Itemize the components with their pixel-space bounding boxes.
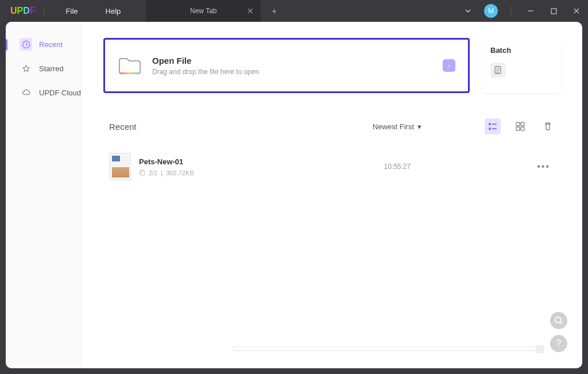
- separator: [510, 6, 511, 16]
- chevron-down-icon: ▾: [417, 122, 421, 131]
- tab-label: New Tab: [190, 7, 216, 15]
- close-button[interactable]: [565, 0, 588, 22]
- pages-icon: [139, 169, 145, 176]
- sidebar: Recent Starred UPDF Cloud: [6, 22, 83, 368]
- grid-view-button[interactable]: [512, 118, 528, 134]
- sidebar-item-cloud[interactable]: UPDF Cloud: [6, 80, 83, 105]
- list-view-button[interactable]: [485, 118, 501, 134]
- minimize-button[interactable]: [519, 0, 542, 22]
- tab-new[interactable]: New Tab ✕: [146, 0, 261, 22]
- sidebar-label: Recent: [39, 40, 63, 49]
- file-row[interactable]: Pets-New-01 2/2 | 302.72KB 10:55:27 •••: [103, 147, 562, 186]
- svg-rect-9: [521, 122, 524, 126]
- svg-rect-7: [492, 128, 497, 129]
- recent-heading: Recent: [109, 122, 137, 132]
- file-name: Pets-New-01: [139, 157, 384, 166]
- arrow-right-icon[interactable]: ›: [443, 59, 455, 72]
- svg-rect-13: [141, 171, 144, 175]
- svg-point-14: [555, 317, 561, 323]
- sort-label: Newest First: [373, 122, 414, 131]
- sort-dropdown[interactable]: Newest First ▾: [373, 122, 421, 131]
- trash-button[interactable]: [540, 118, 556, 134]
- file-size: 302.72KB: [166, 169, 194, 176]
- svg-rect-8: [516, 122, 520, 126]
- svg-rect-2: [119, 72, 140, 74]
- batch-icon: [490, 63, 505, 78]
- cloud-icon: [20, 86, 32, 99]
- open-file-subtitle: Drag and drop the file here to open: [152, 68, 259, 76]
- file-meta: 2/2 | 302.72KB: [139, 169, 384, 176]
- svg-rect-0: [551, 9, 556, 14]
- new-tab-button[interactable]: ＋: [264, 1, 284, 21]
- sidebar-label: Starred: [39, 64, 64, 73]
- separator: [44, 6, 44, 16]
- menu-file[interactable]: File: [52, 7, 92, 16]
- open-file-card[interactable]: Open File Drag and drop the file here to…: [103, 38, 470, 93]
- svg-rect-4: [489, 123, 491, 125]
- file-thumbnail: [109, 153, 131, 180]
- avatar[interactable]: M: [484, 4, 498, 18]
- svg-rect-11: [521, 127, 524, 130]
- menu-help[interactable]: Help: [92, 7, 135, 16]
- more-icon[interactable]: •••: [531, 161, 556, 172]
- titlebar-right: M: [457, 0, 588, 22]
- star-icon: [20, 62, 32, 75]
- svg-rect-6: [489, 128, 491, 130]
- sidebar-label: UPDF Cloud: [39, 88, 81, 97]
- tab-strip: New Tab ✕ ＋: [146, 0, 284, 22]
- chevron-down-icon[interactable]: [457, 0, 479, 22]
- batch-title: Batch: [490, 46, 552, 55]
- help-button[interactable]: ?: [550, 335, 567, 352]
- app-logo: UPDF: [10, 6, 36, 16]
- separator: |: [161, 169, 163, 176]
- clock-icon: [20, 38, 32, 51]
- svg-rect-10: [516, 127, 520, 130]
- horizontal-scrollbar[interactable]: [232, 346, 536, 351]
- open-file-title: Open File: [152, 56, 259, 65]
- maximize-button[interactable]: [542, 0, 565, 22]
- titlebar: UPDF File Help New Tab ✕ ＋ M: [0, 0, 588, 22]
- batch-card[interactable]: Batch: [481, 38, 562, 93]
- svg-rect-5: [492, 124, 497, 125]
- app-body: Recent Starred UPDF Cloud Open File Drag…: [6, 22, 582, 368]
- file-time: 10:55:27: [384, 163, 411, 171]
- folder-icon: [118, 55, 142, 76]
- main-area: Open File Drag and drop the file here to…: [83, 22, 582, 368]
- search-button[interactable]: [550, 312, 567, 329]
- sidebar-item-recent[interactable]: Recent: [6, 32, 83, 56]
- close-icon[interactable]: ✕: [247, 6, 254, 16]
- sidebar-item-starred[interactable]: Starred: [6, 56, 83, 80]
- file-pages: 2/2: [149, 169, 157, 176]
